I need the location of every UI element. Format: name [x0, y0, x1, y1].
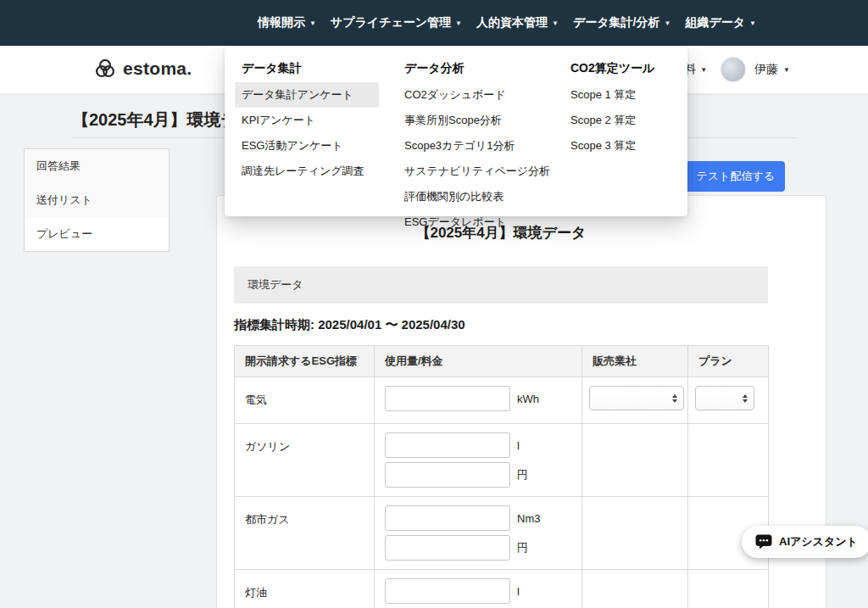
usage-input[interactable] [385, 578, 510, 604]
up-arrow-icon [743, 394, 748, 398]
header-dropdown-partial[interactable]: 料 ▼ [684, 62, 707, 77]
table-header-cell: 開示請求するESG指標 [235, 346, 375, 377]
top-nav-item[interactable]: サプライチェーン管理▼ [331, 15, 462, 31]
mega-menu-item[interactable]: KPIアンケート [235, 108, 398, 133]
mega-menu-item[interactable]: ESG活動アンケート [235, 133, 398, 159]
chevron-down-icon: ▼ [552, 20, 559, 27]
mega-menu-item[interactable]: 調達先レーティング調査 [235, 159, 398, 184]
unit-label: 円 [517, 540, 528, 555]
up-arrow-icon [672, 394, 677, 398]
down-arrow-icon [743, 399, 748, 403]
plan-cell [688, 377, 769, 424]
indicator-label: 灯油 [235, 570, 375, 608]
test-delivery-button[interactable]: テスト配信する [686, 161, 785, 192]
estoma-logo-icon [93, 57, 117, 81]
esg-indicator-table: 開示請求するESG指標使用量/料金販売業社プラン 電気kWhガソリンl円都市ガス… [234, 345, 769, 608]
mega-menu: データ集計データ集計アンケートKPIアンケートESG活動アンケート調達先レーティ… [225, 46, 687, 216]
logo-text: estoma. [123, 59, 192, 79]
chevron-down-icon: ▼ [455, 20, 462, 27]
mega-menu-item[interactable]: 評価機関別の比較表 [398, 184, 564, 209]
mega-menu-item[interactable]: データ集計アンケート [235, 82, 379, 108]
mega-menu-column-title: CO2算定ツール [564, 58, 682, 82]
side-tab[interactable]: 送付リスト [25, 183, 169, 217]
indicator-label: 電気 [235, 377, 375, 424]
ai-assistant-button[interactable]: AIアシスタント [742, 526, 868, 558]
usage-input[interactable] [385, 505, 510, 531]
mega-menu-column: データ分析CO2ダッシュボード事業所別Scope分析Scope3カテゴリ1分析サ… [398, 58, 564, 216]
mega-menu-item[interactable]: サステナビリティページ分析 [398, 159, 564, 184]
side-tab[interactable]: 回答結果 [25, 149, 169, 183]
select-updown-icon [743, 394, 748, 403]
unit-label: l [517, 585, 520, 598]
estoma-logo[interactable]: estoma. [93, 57, 192, 81]
chat-icon [755, 534, 772, 549]
top-nav-item[interactable]: 人的資本管理▼ [476, 15, 559, 31]
usage-input[interactable] [385, 386, 510, 411]
mega-menu-item[interactable]: Scope 2 算定 [564, 108, 682, 133]
mega-menu-column-title: データ分析 [398, 58, 564, 82]
top-nav-item[interactable]: 情報開示▼ [258, 15, 316, 31]
period-value: 2025/04/01 〜 2025/04/30 [318, 317, 465, 332]
vendor-select[interactable] [589, 386, 684, 410]
avatar[interactable] [721, 57, 746, 82]
vendor-cell [582, 377, 688, 424]
indicator-label: 都市ガス [235, 497, 375, 570]
mega-menu-item[interactable]: CO2ダッシュボード [398, 82, 564, 108]
section-banner: 環境データ [234, 266, 768, 304]
usage-input-row: 円 [385, 462, 571, 488]
usage-fee-cell: kWh [375, 377, 582, 424]
user-menu[interactable]: 伊藤 ▼ [754, 62, 790, 77]
ai-assistant-label: AIアシスタント [779, 534, 858, 549]
usage-fee-cell: l円 [375, 570, 582, 608]
mega-menu-item[interactable]: ESGデータレポート [398, 209, 564, 235]
usage-input-row: kWh [385, 386, 571, 411]
table-row: 電気kWh [235, 377, 769, 424]
plan-cell [688, 424, 769, 497]
table-header-cell: プラン [688, 346, 769, 377]
nav-item-label: 人的資本管理 [476, 15, 548, 31]
mega-menu-column-title: データ集計 [235, 58, 398, 82]
header-right: 料 ▼ 伊藤 ▼ [684, 46, 790, 93]
chevron-down-icon: ▼ [783, 66, 790, 74]
unit-label: kWh [517, 393, 539, 405]
table-header-cell: 使用量/料金 [375, 346, 582, 377]
chevron-down-icon: ▼ [749, 20, 756, 27]
usage-input-row: 円 [385, 535, 571, 561]
preview-card: 【2025年4月】環境データ 環境データ 指標集計時期: 2025/04/01 … [216, 195, 826, 608]
table-header-row: 開示請求するESG指標使用量/料金販売業社プラン [235, 346, 769, 377]
unit-label: Nm3 [517, 512, 540, 525]
mega-menu-item[interactable]: Scope 1 算定 [564, 82, 682, 108]
usage-input[interactable] [385, 462, 510, 488]
mega-menu-item[interactable]: 事業所別Scope分析 [398, 108, 564, 133]
usage-input[interactable] [385, 535, 510, 561]
usage-fee-cell: Nm3円 [375, 497, 582, 570]
down-arrow-icon [672, 399, 677, 403]
mega-menu-item[interactable]: Scope 3 算定 [564, 133, 682, 159]
table-row: 都市ガスNm3円 [235, 497, 769, 570]
top-nav-item[interactable]: 組織データ▼ [685, 15, 756, 31]
usage-input[interactable] [385, 432, 510, 458]
plan-cell [688, 570, 769, 608]
top-nav: 情報開示▼サプライチェーン管理▼人的資本管理▼データ集計/分析▼組織データ▼ [0, 0, 868, 46]
chevron-down-icon: ▼ [665, 20, 671, 27]
esg-table-body: 電気kWhガソリンl円都市ガスNm3円灯油l円 [235, 377, 769, 608]
select-updown-icon [672, 394, 677, 403]
indicator-label: ガソリン [235, 424, 375, 497]
mega-menu-column: CO2算定ツールScope 1 算定Scope 2 算定Scope 3 算定 [564, 58, 682, 216]
nav-item-label: 情報開示 [258, 15, 305, 31]
user-name: 伊藤 [754, 62, 778, 77]
mega-menu-column: データ集計データ集計アンケートKPIアンケートESG活動アンケート調達先レーティ… [235, 58, 398, 216]
plan-select[interactable] [695, 386, 754, 410]
chevron-down-icon: ▼ [309, 20, 316, 27]
side-tabs: 回答結果送付リストプレビュー [24, 148, 170, 252]
unit-label: l [517, 439, 520, 452]
side-tab[interactable]: プレビュー [25, 217, 169, 251]
table-row: 灯油l円 [235, 570, 769, 608]
mega-menu-item[interactable]: Scope3カテゴリ1分析 [398, 133, 564, 159]
nav-item-label: 組織データ [685, 15, 745, 31]
usage-input-row: l [385, 432, 571, 458]
vendor-cell [582, 570, 688, 608]
unit-label: 円 [517, 467, 528, 482]
top-nav-item[interactable]: データ集計/分析▼ [573, 15, 670, 31]
nav-item-label: データ集計/分析 [573, 15, 660, 31]
